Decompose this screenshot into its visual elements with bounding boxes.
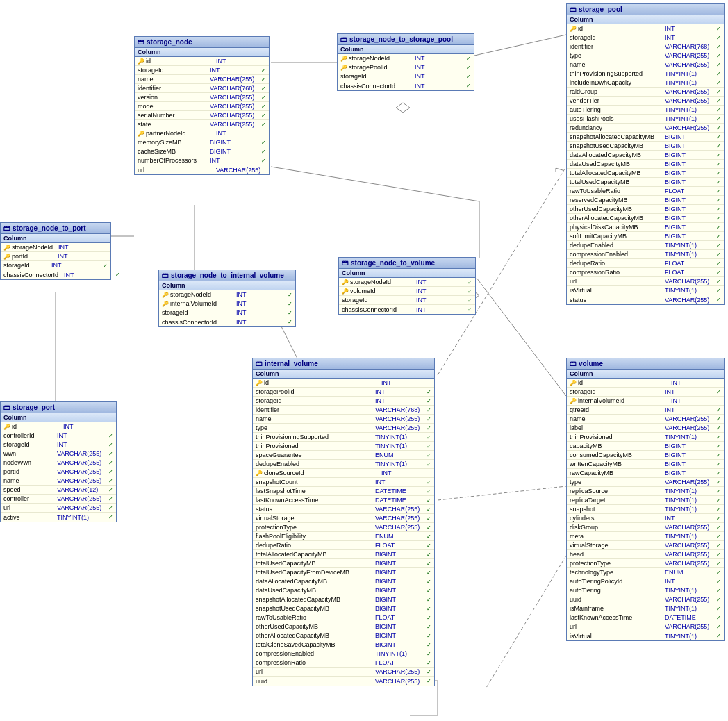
table-row: modelVARCHAR(255)✓ <box>135 102 269 111</box>
table-row: urlVARCHAR(255)✓ <box>253 668 434 677</box>
table-row: autoTieringPolicyIdINT✓ <box>567 577 724 586</box>
table-icon: 🗃 <box>570 360 577 367</box>
table-icon: 🗃 <box>162 272 169 279</box>
table-row: dedupeEnabledTINYINT(1)✓ <box>253 460 434 469</box>
table-row: otherAllocatedCapacityMBBIGINT✓ <box>567 214 724 223</box>
table-row: nameVARCHAR(255)✓ <box>567 60 724 69</box>
table-row: virtualStorageVARCHAR(255)✓ <box>567 541 724 550</box>
table-row: snapshotAllocatedCapacityMBBIGINT✓ <box>567 133 724 142</box>
table-row: dataUsedCapacityMBBIGINT✓ <box>567 160 724 169</box>
table-row: rawCapacityMBBIGINT✓ <box>567 469 724 478</box>
table-row: 🔑idINT✓ <box>567 24 724 33</box>
table-row: otherUsedCapacityMBBIGINT✓ <box>253 622 434 631</box>
table-icon: 🗃 <box>570 6 577 13</box>
table-row: storageIdINT✓ <box>567 388 724 397</box>
table-row: usesFlashPoolsTINYINT(1)✓ <box>567 115 724 124</box>
table-row: urlVARCHAR(255) <box>135 165 269 174</box>
table-row: virtualStorageVARCHAR(255)✓ <box>253 514 434 523</box>
table-row: identifierVARCHAR(768)✓ <box>567 42 724 51</box>
table-row: 🔑idINT <box>1 422 116 431</box>
table-row: nameVARCHAR(255)✓ <box>253 415 434 424</box>
col-header: Column <box>339 269 475 278</box>
table-row: 🔑partnerNodeIdINT <box>135 129 269 138</box>
table-row: chassisConnectorIdINT✓ <box>159 317 295 326</box>
table-row: labelVARCHAR(255)✓ <box>567 424 724 433</box>
table-row: 🔑cloneSourceIdINT <box>253 469 434 478</box>
table-icon: 🗃 <box>342 259 349 267</box>
table-row: urlVARCHAR(255)✓ <box>567 277 724 286</box>
table-row: typeVARCHAR(255)✓ <box>567 478 724 487</box>
table-row: serialNumberVARCHAR(255)✓ <box>135 111 269 120</box>
table-row: storageIdINT✓ <box>1 440 116 449</box>
table-row: nodeWwnVARCHAR(255)✓ <box>1 458 116 467</box>
table-row: lastSnapshotTimeDATETIME✓ <box>253 487 434 496</box>
table-row: controllerVARCHAR(255)✓ <box>1 495 116 504</box>
table-row: chassisConnectorIdINT✓ <box>339 305 475 314</box>
table-icon: 🗃 <box>340 35 347 43</box>
table-row: otherAllocatedCapacityMBBIGINT✓ <box>253 631 434 640</box>
table-row: controllerIdINT✓ <box>1 431 116 440</box>
table-icon: 🗃 <box>3 404 10 411</box>
db-canvas: 🗃 storage_pool Column 🔑idINT✓ storageIdI… <box>0 0 728 721</box>
table-row: otherUsedCapacityMBBIGINT✓ <box>567 205 724 214</box>
table-row: autoTieringTINYINT(1)✓ <box>567 586 724 595</box>
table-row: stateVARCHAR(255)✓ <box>135 120 269 129</box>
table-row: flashPoolEligibilityENUM✓ <box>253 532 434 541</box>
table-header-storage-pool: 🗃 storage_pool <box>567 4 724 15</box>
table-icon: 🗃 <box>256 360 263 367</box>
table-storage-node-to-internal-volume: 🗃 storage_node_to_internal_volume Column… <box>158 270 296 327</box>
col-header: Column <box>567 15 724 24</box>
table-row: rawToUsableRatioFLOAT✓ <box>567 187 724 196</box>
col-header: Column <box>159 281 295 290</box>
table-row: dataUsedCapacityMBBIGINT✓ <box>253 586 434 595</box>
table-row: 🔑storagePoolIdINT✓ <box>338 63 474 72</box>
table-row: 🔑idINT <box>135 57 269 66</box>
svg-line-8 <box>438 486 566 500</box>
table-row: raidGroupVARCHAR(255)✓ <box>567 88 724 97</box>
table-header: 🗃 storage_node_to_volume <box>339 258 475 269</box>
table-row: 🔑internalVolumeIdINT <box>567 397 724 406</box>
svg-line-7 <box>477 278 566 396</box>
table-row: snapshotUsedCapacityMBBIGINT✓ <box>253 604 434 613</box>
table-row: isVirtualTINYINT(1)✓ <box>567 631 724 640</box>
table-row: totalUsedCapacityMBBIGINT✓ <box>567 178 724 187</box>
table-row: uuidVARCHAR(255)✓ <box>567 595 724 604</box>
table-row: qtreeIdINT✓ <box>567 406 724 415</box>
table-row: portIdVARCHAR(255)✓ <box>1 467 116 476</box>
table-row: nameVARCHAR(255)✓ <box>1 476 116 486</box>
table-row: 🔑storageNodeIdINT✓ <box>339 278 475 287</box>
table-header-storage-port: 🗃 storage_port <box>1 402 116 413</box>
table-row: storageIdINT✓ <box>159 308 295 317</box>
svg-line-10 <box>486 556 566 688</box>
table-row: cacheSizeMBBIGINT✓ <box>135 147 269 156</box>
table-row: compressionEnabledTINYINT(1)✓ <box>253 649 434 658</box>
col-header: Column <box>1 234 110 243</box>
table-row: thinProvisioningSupportedTINYINT(1)✓ <box>253 433 434 442</box>
table-header: 🗃 storage_node_to_storage_pool <box>338 34 474 45</box>
svg-marker-12 <box>396 103 410 113</box>
table-row: thinProvisioningSupportedTINYINT(1)✓ <box>567 69 724 78</box>
table-row: compressionRatioFLOAT✓ <box>253 658 434 668</box>
col-header: Column <box>253 370 434 379</box>
table-row: totalAllocatedCapacityMBBIGINT✓ <box>567 169 724 178</box>
table-row: reservedCapacityMBBIGINT✓ <box>567 196 724 205</box>
table-row: softLimitCapacityMBBIGINT✓ <box>567 232 724 241</box>
table-row: statusVARCHAR(255)✓ <box>253 505 434 514</box>
table-row: storageIdINT✓ <box>1 261 110 270</box>
table-row: snapshotCountINT✓ <box>253 478 434 487</box>
table-row: urlVARCHAR(255)✓ <box>567 622 724 631</box>
table-row: totalCloneSavedCapacityMBBIGINT✓ <box>253 640 434 649</box>
table-row: technologyTypeENUM✓ <box>567 568 724 577</box>
table-row: dedupeEnabledTINYINT(1)✓ <box>567 241 724 250</box>
table-row: replicaSourceTINYINT(1)✓ <box>567 487 724 496</box>
table-row: chassisConnectorIdINT✓ <box>338 81 474 90</box>
table-row: spaceGuaranteeENUM✓ <box>253 451 434 460</box>
col-header: Column <box>1 413 116 422</box>
table-storage-port: 🗃 storage_port Column 🔑idINT controllerI… <box>0 401 117 522</box>
table-volume: 🗃 volume Column 🔑idINT storageIdINT✓ 🔑in… <box>566 358 725 641</box>
col-header: Column <box>567 370 724 379</box>
table-row: snapshotUsedCapacityMBBIGINT✓ <box>567 142 724 151</box>
table-row: protectionTypeVARCHAR(255)✓ <box>253 523 434 532</box>
table-row: storageIdINT✓ <box>338 72 474 81</box>
table-row: cylindersINT✓ <box>567 514 724 523</box>
